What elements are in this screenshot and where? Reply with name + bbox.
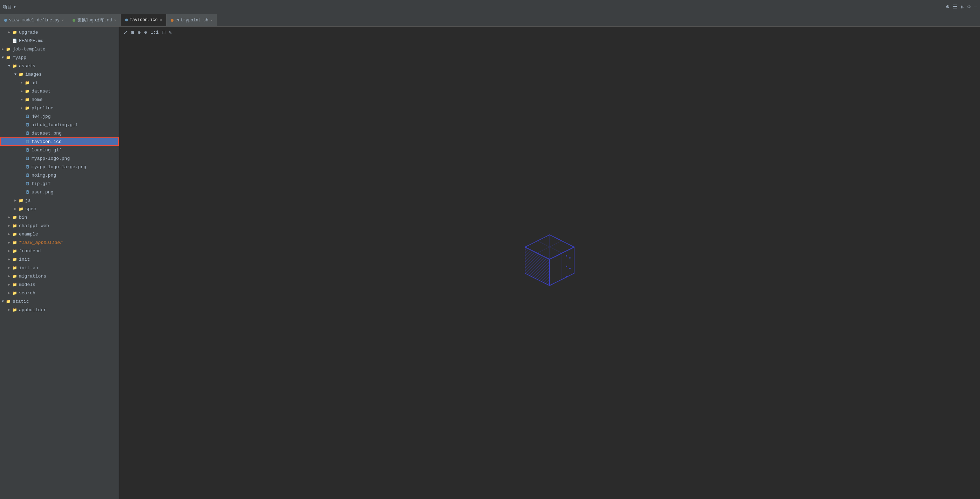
folder-icon-home: 📁 bbox=[24, 97, 30, 102]
label-loading-gif: loading.gif bbox=[32, 148, 62, 153]
folder-icon-pipeline: 📁 bbox=[24, 105, 30, 111]
label-js: js bbox=[25, 198, 31, 203]
tree-item-dataset[interactable]: ▶ 📁 dataset bbox=[0, 87, 119, 95]
label-static: static bbox=[13, 299, 29, 304]
folder-icon-chatgpt-web: 📁 bbox=[12, 223, 18, 229]
label-aihub-loading: aihub_loading.gif bbox=[32, 122, 78, 127]
folder-icon-models: 📁 bbox=[12, 282, 18, 288]
label-dataset-png: dataset.png bbox=[32, 131, 62, 136]
tab-bar: view_model_define.py ✕ 更换logo水印.md ✕ fav… bbox=[0, 14, 980, 27]
chevron-job-template: ▶ bbox=[0, 47, 6, 51]
tab-view-model[interactable]: view_model_define.py ✕ bbox=[0, 14, 68, 26]
tree-item-404jpg[interactable]: 🖼 404.jpg bbox=[0, 112, 119, 121]
label-job-template: job-template bbox=[13, 47, 46, 52]
tree-item-job-template[interactable]: ▶ 📁 job-template bbox=[0, 45, 119, 53]
folder-icon-js: 📁 bbox=[18, 198, 24, 203]
chevron-migrations: ▶ bbox=[6, 274, 12, 278]
fit-icon[interactable]: □ bbox=[162, 30, 165, 35]
chevron-bin: ▶ bbox=[6, 215, 12, 219]
tree-item-favicon-ico[interactable]: 🖼 favicon.ico bbox=[0, 137, 119, 146]
tree-item-frontend[interactable]: ▶ 📁 frontend bbox=[0, 247, 119, 255]
folder-icon-search: 📁 bbox=[12, 290, 18, 296]
folder-icon-ad: 📁 bbox=[24, 80, 30, 86]
tree-item-search[interactable]: ▶ 📁 search bbox=[0, 289, 119, 297]
settings-icon[interactable]: ⚙ bbox=[967, 3, 970, 10]
chevron-chatgpt-web: ▶ bbox=[6, 224, 12, 228]
folder-icon-example: 📁 bbox=[12, 231, 18, 237]
label-spec: spec bbox=[25, 207, 36, 211]
svg-point-10 bbox=[569, 268, 571, 269]
svg-point-7 bbox=[566, 255, 567, 256]
tab-favicon[interactable]: favicon.ico ✕ bbox=[121, 14, 167, 26]
tree-item-readme[interactable]: 📄 README.md bbox=[0, 37, 119, 45]
svg-point-9 bbox=[566, 265, 567, 267]
tree-item-example[interactable]: ▶ 📁 example bbox=[0, 230, 119, 238]
file-icon-myapp-logo: 🖼 bbox=[24, 156, 30, 161]
tab-entrypoint[interactable]: entrypoint.sh ✕ bbox=[167, 14, 217, 26]
chevron-init-en: ▶ bbox=[6, 265, 12, 270]
tree-item-user-png[interactable]: 🖼 user.png bbox=[0, 188, 119, 196]
fullscreen-icon[interactable]: ⤢ bbox=[123, 29, 127, 35]
zoom-in-icon[interactable]: ⊕ bbox=[137, 29, 140, 35]
tree-item-tip-gif[interactable]: 🖼 tip.gif bbox=[0, 180, 119, 188]
tree-item-static[interactable]: ▼ 📁 static bbox=[0, 297, 119, 305]
file-icon-loading-gif: 🖼 bbox=[24, 147, 30, 153]
tab-close-logo[interactable]: ✕ bbox=[114, 18, 116, 22]
tree-item-aihub-loading[interactable]: 🖼 aihub_loading.gif bbox=[0, 121, 119, 129]
folder-icon-spec: 📁 bbox=[18, 206, 24, 211]
tree-item-init[interactable]: ▶ 📁 init bbox=[0, 255, 119, 264]
tree-item-myapp-logo-large[interactable]: 🖼 myapp-logo-large.png bbox=[0, 163, 119, 171]
chevron-images: ▼ bbox=[13, 73, 18, 76]
svg-point-11 bbox=[566, 276, 567, 278]
tree-item-myapp[interactable]: ▼ 📁 myapp bbox=[0, 53, 119, 62]
label-pipeline: pipeline bbox=[32, 105, 53, 111]
label-bin: bin bbox=[19, 215, 27, 220]
tree-item-migrations[interactable]: ▶ 📁 migrations bbox=[0, 272, 119, 280]
tab-logo[interactable]: 更换logo水印.md ✕ bbox=[68, 14, 121, 26]
tree-item-dataset-png[interactable]: 🖼 dataset.png bbox=[0, 129, 119, 137]
tab-close-favicon[interactable]: ✕ bbox=[160, 18, 162, 22]
project-dropdown-icon[interactable]: ▾ bbox=[13, 4, 16, 10]
label-init: init bbox=[19, 257, 30, 262]
file-icon-user-png: 🖼 bbox=[24, 189, 30, 195]
label-ad: ad bbox=[32, 80, 37, 86]
chevron-assets: ▼ bbox=[6, 64, 12, 68]
label-assets: assets bbox=[19, 64, 35, 69]
tree-item-bin[interactable]: ▶ 📁 bin bbox=[0, 213, 119, 221]
label-tip-gif: tip.gif bbox=[32, 181, 51, 186]
tree-item-assets[interactable]: ▼ 📁 assets bbox=[0, 62, 119, 70]
tree-item-home[interactable]: ▶ 📁 home bbox=[0, 95, 119, 104]
tree-item-js[interactable]: ▶ 📁 js bbox=[0, 196, 119, 205]
tree-item-init-en[interactable]: ▶ 📁 init-en bbox=[0, 264, 119, 272]
tree-item-models[interactable]: ▶ 📁 models bbox=[0, 280, 119, 289]
sort-icon[interactable]: ⇅ bbox=[961, 3, 964, 10]
folder-icon-dataset: 📁 bbox=[24, 88, 30, 94]
list-icon[interactable]: ☰ bbox=[953, 3, 957, 10]
tab-close-view-model[interactable]: ✕ bbox=[62, 18, 64, 22]
minimize-icon[interactable]: — bbox=[974, 4, 977, 10]
tree-item-ad[interactable]: ▶ 📁 ad bbox=[0, 78, 119, 87]
label-flask-appbuilder: flask_appbuilder bbox=[19, 240, 63, 245]
edit-icon[interactable]: ✎ bbox=[169, 29, 172, 35]
chevron-spec: ▶ bbox=[13, 207, 18, 211]
tree-item-myapp-logo[interactable]: 🖼 myapp-logo.png bbox=[0, 154, 119, 163]
tab-close-entrypoint[interactable]: ✕ bbox=[210, 18, 212, 22]
tree-item-noimg[interactable]: 🖼 noimg.png bbox=[0, 171, 119, 180]
label-images: images bbox=[25, 72, 42, 77]
project-text: 项目 bbox=[3, 4, 12, 10]
tree-item-upgrade[interactable]: ▶ 📁 upgrade bbox=[0, 28, 119, 37]
tab-dot-entrypoint bbox=[171, 19, 173, 22]
tree-item-flask-appbuilder[interactable]: ▶ 📁 flask_appbuilder bbox=[0, 238, 119, 247]
tree-item-appbuilder[interactable]: ▶ 📁 appbuilder bbox=[0, 305, 119, 314]
chevron-flask-appbuilder: ▶ bbox=[6, 240, 12, 245]
target-icon[interactable]: ⊕ bbox=[946, 3, 949, 10]
tree-item-images[interactable]: ▼ 📁 images bbox=[0, 70, 119, 78]
tree-item-spec[interactable]: ▶ 📁 spec bbox=[0, 205, 119, 213]
tree-item-chatgpt-web[interactable]: ▶ 📁 chatgpt-web bbox=[0, 221, 119, 230]
label-noimg: noimg.png bbox=[32, 173, 56, 178]
tree-item-pipeline[interactable]: ▶ 📁 pipeline bbox=[0, 104, 119, 112]
grid-icon[interactable]: ⊞ bbox=[131, 29, 134, 35]
tree-item-loading-gif[interactable]: 🖼 loading.gif bbox=[0, 146, 119, 154]
folder-icon-assets: 📁 bbox=[12, 63, 18, 69]
zoom-out-icon[interactable]: ⊖ bbox=[144, 29, 147, 35]
